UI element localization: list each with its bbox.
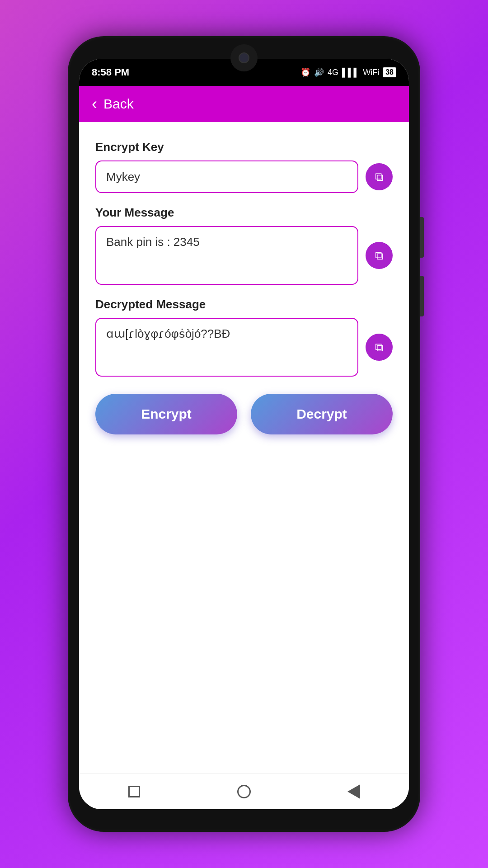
network-4g-icon: 4G [328, 68, 338, 77]
message-label: Your Message [95, 206, 393, 220]
home-icon [237, 785, 251, 798]
copy-decrypted-icon: ⧉ [375, 340, 384, 354]
main-content: Encrypt Key ⧉ Your Message Bank pin is :… [79, 122, 409, 773]
copy-message-icon: ⧉ [375, 249, 384, 263]
back-arrow-icon: ‹ [92, 96, 97, 112]
screen: 8:58 PM ⏰ 🔊 4G ▌▌▌ WiFi 38 ‹ Back [79, 59, 409, 809]
alarm-icon: ⏰ [300, 67, 310, 77]
camera-notch [230, 44, 258, 71]
decrypted-row: ɑɯ[ɾlòɣφɾóφṡòjó??BÐ ⧉ [95, 318, 393, 377]
nav-back-button[interactable] [343, 780, 365, 803]
decrypted-group: Decrypted Message ɑɯ[ɾlòɣφɾóφṡòjó??BÐ ⧉ [95, 297, 393, 377]
encrypt-key-input[interactable] [95, 160, 358, 193]
back-label: Back [103, 96, 134, 112]
phone-frame: 8:58 PM ⏰ 🔊 4G ▌▌▌ WiFi 38 ‹ Back [68, 36, 420, 832]
encrypt-key-row: ⧉ [95, 160, 393, 193]
nav-home-button[interactable] [233, 780, 255, 803]
signal-icon: ▌▌▌ [342, 68, 359, 77]
power-button [420, 276, 424, 316]
recent-apps-icon [128, 786, 140, 797]
action-buttons: Encrypt Decrypt [95, 394, 393, 434]
message-group: Your Message Bank pin is : 2345 ⧉ [95, 206, 393, 285]
volume-button [420, 217, 424, 258]
back-button[interactable]: ‹ Back [92, 96, 134, 112]
copy-decrypted-button[interactable]: ⧉ [366, 334, 393, 361]
copy-key-button[interactable]: ⧉ [366, 163, 393, 190]
decrypted-output[interactable]: ɑɯ[ɾlòɣφɾóφṡòjó??BÐ [95, 318, 358, 377]
message-row: Bank pin is : 2345 ⧉ [95, 226, 393, 285]
bottom-nav [79, 773, 409, 809]
copy-key-icon: ⧉ [375, 170, 384, 184]
encrypt-button[interactable]: Encrypt [95, 394, 237, 434]
status-icons: ⏰ 🔊 4G ▌▌▌ WiFi 38 [300, 67, 396, 77]
encrypt-key-label: Encrypt Key [95, 140, 393, 154]
decrypted-label: Decrypted Message [95, 297, 393, 311]
wifi-icon: WiFi [363, 68, 379, 77]
top-bar: ‹ Back [79, 86, 409, 122]
camera-lens [239, 52, 249, 63]
vol-icon: 🔊 [314, 67, 324, 77]
status-time: 8:58 PM [92, 66, 129, 78]
message-input[interactable]: Bank pin is : 2345 [95, 226, 358, 285]
copy-message-button[interactable]: ⧉ [366, 242, 393, 269]
decrypt-button[interactable]: Decrypt [251, 394, 393, 434]
nav-recent-button[interactable] [123, 780, 145, 803]
encrypt-key-group: Encrypt Key ⧉ [95, 140, 393, 193]
back-nav-icon [347, 784, 360, 799]
battery-indicator: 38 [383, 67, 396, 77]
